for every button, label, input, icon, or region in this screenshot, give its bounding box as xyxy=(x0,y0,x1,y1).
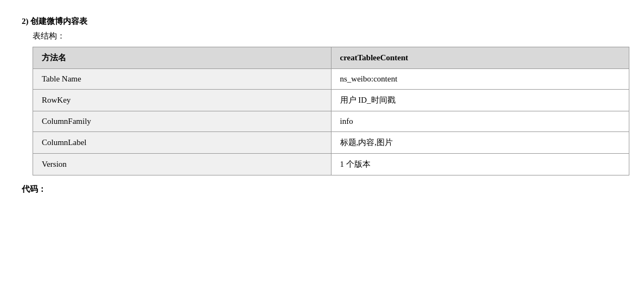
section-header: 2) 创建微博内容表 表结构： xyxy=(22,16,622,41)
table-cell-label: Version xyxy=(33,154,331,175)
table-cell-value: 用户 ID_时间戳 xyxy=(331,90,629,111)
table-cell-value: ns_weibo:content xyxy=(331,69,629,90)
table-cell-value: 标题,内容,图片 xyxy=(331,132,629,154)
table-row: 方法名creatTableeContent xyxy=(33,47,629,69)
table-row: Table Namens_weibo:content xyxy=(33,69,629,90)
table-cell-value: info xyxy=(331,111,629,132)
code-label: 代码： xyxy=(22,184,622,194)
table-row: ColumnLabel标题,内容,图片 xyxy=(33,132,629,154)
structure-table: 方法名creatTableeContentTable Namens_weibo:… xyxy=(33,47,629,175)
sub-title: 表结构： xyxy=(33,31,622,41)
table-row: Version1 个版本 xyxy=(33,154,629,175)
section-main-title: 创建微博内容表 xyxy=(30,17,87,26)
section-number: 2) xyxy=(22,17,29,26)
table-cell-label: 方法名 xyxy=(33,47,331,69)
table-cell-label: Table Name xyxy=(33,69,331,90)
table-cell-value: 1 个版本 xyxy=(331,154,629,175)
table-row: ColumnFamilyinfo xyxy=(33,111,629,132)
table-cell-label: ColumnFamily xyxy=(33,111,331,132)
table-wrapper: 方法名creatTableeContentTable Namens_weibo:… xyxy=(33,47,622,175)
section-title: 2) 创建微博内容表 xyxy=(22,16,622,27)
table-cell-label: ColumnLabel xyxy=(33,132,331,154)
table-cell-label: RowKey xyxy=(33,90,331,111)
table-cell-value: creatTableeContent xyxy=(331,47,629,69)
table-row: RowKey用户 ID_时间戳 xyxy=(33,90,629,111)
